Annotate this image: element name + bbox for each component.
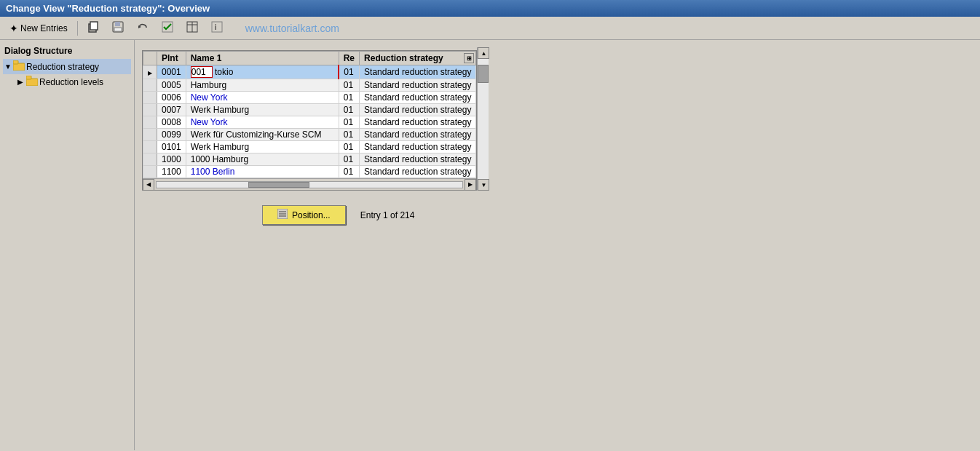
row-selector[interactable] bbox=[143, 116, 157, 129]
copy-icon bbox=[87, 21, 99, 35]
cell-name1: Werk Hamburg bbox=[186, 141, 339, 153]
col-settings-icon[interactable]: ⊞ bbox=[464, 53, 474, 63]
cell-plnt: 0005 bbox=[157, 79, 186, 92]
cell-re: 01 bbox=[339, 65, 359, 79]
select-all-header[interactable] bbox=[143, 52, 157, 65]
new-entries-button[interactable]: ✦ New Entries bbox=[4, 20, 73, 36]
sidebar-item-label-reduction-strategy: Reduction strategy bbox=[26, 62, 99, 72]
cell-name1: New York bbox=[186, 92, 339, 104]
h-scrollbar[interactable]: ◀ ▶ bbox=[143, 178, 476, 190]
cell-re: 01 bbox=[339, 79, 359, 92]
position-btn-label: Position... bbox=[292, 210, 331, 220]
position-button[interactable]: Position... bbox=[262, 205, 346, 225]
cell-re: 01 bbox=[339, 166, 359, 178]
table-row[interactable]: 0101Werk Hamburg01Standard reduction str… bbox=[143, 141, 476, 153]
sidebar-item-reduction-levels[interactable]: ▶ Reduction levels bbox=[3, 74, 131, 89]
row-selector[interactable] bbox=[143, 153, 157, 166]
title-text: Change View "Reduction strategy": Overvi… bbox=[6, 3, 210, 14]
cell-re: 01 bbox=[339, 92, 359, 104]
cell-name1: 1100 Berlin bbox=[186, 166, 339, 178]
cell-reduction-strategy: Standard reduction strategy bbox=[360, 141, 476, 153]
h-scroll-thumb[interactable] bbox=[248, 182, 309, 188]
table-row[interactable]: 0005Hamburg01Standard reduction strategy bbox=[143, 79, 476, 92]
folder-icon-reduction-strategy bbox=[13, 60, 25, 73]
scroll-left-arrow[interactable]: ◀ bbox=[143, 179, 154, 191]
table-wrapper: Plnt Name 1 Re Reduction strategy ⊞ ▶000… bbox=[142, 47, 973, 191]
table-row[interactable]: ▶0001 tokio01Standard reduction strategy bbox=[143, 65, 476, 79]
save-button[interactable] bbox=[107, 19, 129, 37]
table-body: ▶0001 tokio01Standard reduction strategy… bbox=[143, 65, 476, 178]
table-row[interactable]: 0006New York01Standard reduction strateg… bbox=[143, 92, 476, 104]
v-scroll-thumb[interactable] bbox=[478, 65, 489, 83]
cell-re: 01 bbox=[339, 129, 359, 141]
new-entries-icon: ✦ bbox=[9, 23, 18, 34]
scroll-up-arrow[interactable]: ▲ bbox=[478, 47, 489, 59]
cell-plnt: 1100 bbox=[157, 166, 186, 178]
tree-toggle-2: ▶ bbox=[17, 78, 25, 86]
cell-reduction-strategy: Standard reduction strategy bbox=[360, 65, 476, 79]
cell-name1-input[interactable] bbox=[191, 66, 213, 78]
table-row[interactable]: 11001100 Berlin01Standard reduction stra… bbox=[143, 166, 476, 178]
cell-re: 01 bbox=[339, 104, 359, 116]
scroll-right-arrow[interactable]: ▶ bbox=[465, 179, 476, 191]
info-icon: i bbox=[211, 21, 223, 35]
save-icon bbox=[112, 21, 124, 35]
cell-name1: Hamburg bbox=[186, 79, 339, 92]
cell-plnt: 0001 bbox=[157, 65, 186, 79]
scroll-down-arrow[interactable]: ▼ bbox=[478, 179, 489, 191]
table-row[interactable]: 0099Werk für Customizing-Kurse SCM01Stan… bbox=[143, 129, 476, 141]
v-scroll-track[interactable] bbox=[478, 59, 489, 179]
v-scrollbar: ▲ ▼ bbox=[477, 47, 489, 191]
toolbar: ✦ New Entries i www.tutorialkart.com bbox=[0, 17, 980, 40]
check-button[interactable] bbox=[157, 19, 178, 37]
position-area: Position... Entry 1 of 214 bbox=[142, 205, 973, 225]
col-header-name1[interactable]: Name 1 bbox=[186, 52, 339, 65]
sidebar: Dialog Structure ▼ Reduction strategy ▶ … bbox=[0, 40, 135, 450]
copy-button[interactable] bbox=[82, 19, 104, 37]
row-selector[interactable] bbox=[143, 141, 157, 153]
cell-plnt: 0008 bbox=[157, 116, 186, 129]
data-table-container: Plnt Name 1 Re Reduction strategy ⊞ ▶000… bbox=[142, 50, 477, 191]
sidebar-item-label-reduction-levels: Reduction levels bbox=[39, 77, 103, 87]
row-selector[interactable] bbox=[143, 104, 157, 116]
watermark: www.tutorialkart.com bbox=[245, 23, 339, 34]
svg-rect-10 bbox=[212, 22, 222, 32]
check-icon bbox=[162, 21, 173, 35]
col-header-plnt[interactable]: Plnt bbox=[157, 52, 186, 65]
entry-info: Entry 1 of 214 bbox=[360, 210, 415, 220]
main-layout: Dialog Structure ▼ Reduction strategy ▶ … bbox=[0, 40, 980, 450]
cell-reduction-strategy: Standard reduction strategy bbox=[360, 79, 476, 92]
row-selector[interactable] bbox=[143, 79, 157, 92]
position-btn-icon bbox=[277, 209, 288, 221]
cell-name1: Werk für Customizing-Kurse SCM bbox=[186, 129, 339, 141]
cell-reduction-strategy: Standard reduction strategy bbox=[360, 104, 476, 116]
table-row[interactable]: 10001000 Hamburg01Standard reduction str… bbox=[143, 153, 476, 166]
cell-re: 01 bbox=[339, 116, 359, 129]
table-row[interactable]: 0008New York01Standard reduction strateg… bbox=[143, 116, 476, 129]
row-selector[interactable] bbox=[143, 129, 157, 141]
svg-text:i: i bbox=[215, 23, 216, 31]
cell-name1: tokio bbox=[186, 65, 339, 79]
new-entries-label: New Entries bbox=[20, 23, 68, 33]
svg-rect-3 bbox=[115, 22, 120, 26]
svg-rect-4 bbox=[114, 28, 122, 31]
cell-plnt: 1000 bbox=[157, 153, 186, 166]
table-button[interactable] bbox=[181, 19, 203, 37]
sidebar-item-reduction-strategy[interactable]: ▼ Reduction strategy bbox=[3, 59, 131, 74]
info-button[interactable]: i bbox=[206, 19, 228, 37]
row-selector[interactable]: ▶ bbox=[143, 65, 157, 79]
col-header-re[interactable]: Re bbox=[339, 52, 359, 65]
undo-button[interactable] bbox=[132, 19, 154, 37]
cell-re: 01 bbox=[339, 141, 359, 153]
cell-plnt: 0099 bbox=[157, 129, 186, 141]
separator-1 bbox=[77, 21, 78, 36]
cell-reduction-strategy: Standard reduction strategy bbox=[360, 116, 476, 129]
col-header-reduction-strategy[interactable]: Reduction strategy ⊞ bbox=[360, 52, 476, 65]
row-selector[interactable] bbox=[143, 92, 157, 104]
h-scroll-track[interactable] bbox=[156, 181, 463, 188]
table-header-row: Plnt Name 1 Re Reduction strategy ⊞ bbox=[143, 52, 476, 65]
row-selector[interactable] bbox=[143, 166, 157, 178]
table-row[interactable]: 0007Werk Hamburg01Standard reduction str… bbox=[143, 104, 476, 116]
cell-plnt: 0006 bbox=[157, 92, 186, 104]
cell-reduction-strategy: Standard reduction strategy bbox=[360, 92, 476, 104]
